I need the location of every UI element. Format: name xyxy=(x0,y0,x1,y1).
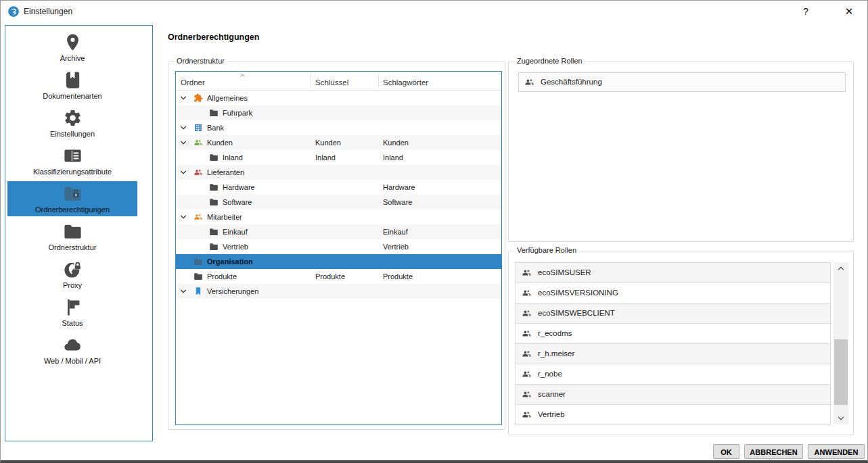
folder-lock-icon xyxy=(63,184,83,203)
folder-icon xyxy=(209,108,219,118)
tree-row-kunden[interactable]: KundenKundenKunden xyxy=(176,135,501,150)
tree-row-fuhrpark[interactable]: Fuhrpark xyxy=(176,105,501,120)
tree-item-label: Mitarbeiter xyxy=(207,210,242,224)
column-separator[interactable] xyxy=(378,74,379,88)
sidebar-icon-wrap xyxy=(7,30,137,54)
available-role-r-h-meiser[interactable]: r_h.meiser xyxy=(515,343,831,364)
tree-row-lieferanten[interactable]: Lieferanten xyxy=(176,165,501,180)
people-icon xyxy=(522,328,532,339)
people-icon xyxy=(193,212,203,222)
column-separator[interactable] xyxy=(311,74,311,88)
globe-lock-icon xyxy=(63,260,83,279)
folder-tree: Ordner Schlüssel Schlagwörter Allgemeine… xyxy=(175,71,502,425)
ok-button[interactable]: OK xyxy=(713,444,739,459)
sidebar-item-web-mobil-api[interactable]: Web / Mobil / API xyxy=(7,333,137,368)
people-icon xyxy=(193,138,203,147)
book-icon xyxy=(63,70,83,90)
sidebar-item-proxy[interactable]: Proxy xyxy=(7,257,137,292)
tree-row-hardware[interactable]: HardwareHardware xyxy=(176,180,501,195)
role-label: ecoSIMSUSER xyxy=(538,263,591,283)
expander-chevron-down-icon[interactable] xyxy=(179,124,187,132)
role-label: r_h.meiser xyxy=(538,344,574,364)
expander-chevron-down-icon[interactable] xyxy=(179,139,187,147)
tree-item-label: Organisation xyxy=(207,254,253,269)
available-roles-groupbox: Verfügbare Rollen ecoSIMSUSERecoSIMSVERS… xyxy=(508,251,854,435)
cell-schlagwoerter: Inland xyxy=(383,150,403,165)
page-title: Ordnerberechtigungen xyxy=(168,32,259,42)
expander-chevron-down-icon[interactable] xyxy=(179,213,187,221)
cell-schlagwoerter: Kunden xyxy=(383,135,409,150)
tree-row-inland[interactable]: InlandInlandInland xyxy=(176,150,501,165)
tree-row-allgemeines[interactable]: Allgemeines xyxy=(176,91,501,105)
available-role-ecosimswebclient[interactable]: ecoSIMSWEBCLIENT xyxy=(515,303,831,324)
column-header-schlagwoerter[interactable]: Schlagwörter xyxy=(383,78,428,87)
tree-row-bank[interactable]: Bank xyxy=(176,120,501,135)
help-button[interactable]: ? xyxy=(798,4,813,19)
window-title: Einstellungen xyxy=(24,7,72,16)
people-icon xyxy=(522,349,532,359)
cell-schlagwoerter: Produkte xyxy=(383,269,413,284)
scroll-down-icon[interactable] xyxy=(837,414,845,422)
tree-item-label: Lieferanten xyxy=(207,165,244,180)
sidebar-item-dokumentenarten[interactable]: Dokumentenarten xyxy=(7,68,137,103)
tree-row-mitarbeiter[interactable]: Mitarbeiter xyxy=(176,210,501,224)
card-icon xyxy=(63,146,83,166)
folder-structure-group-label: Ordnerstruktur xyxy=(174,57,227,65)
folder-icon xyxy=(209,227,219,237)
cell-schlagwoerter: Einkauf xyxy=(383,224,408,239)
available-role-scanner[interactable]: scanner xyxy=(515,384,831,405)
sidebar-item-ordnerstruktur[interactable]: Ordnerstruktur xyxy=(7,219,137,254)
tree-item-label: Fuhrpark xyxy=(223,105,252,120)
sidebar-icon-wrap xyxy=(7,295,137,319)
available-role-r-nobe[interactable]: r_nobe xyxy=(515,364,831,385)
scrollbar[interactable] xyxy=(833,262,848,424)
sidebar-icon-wrap xyxy=(7,257,137,281)
tree-item-label: Einkauf xyxy=(223,224,248,239)
expander-chevron-down-icon[interactable] xyxy=(179,94,187,102)
sidebar-item-archive[interactable]: Archive xyxy=(7,30,137,65)
sidebar-item-label: Proxy xyxy=(7,281,137,290)
assigned-role-gesch-ftsf-hrung[interactable]: Geschäftsführung xyxy=(518,72,846,92)
role-label: ecoSIMSWEBCLIENT xyxy=(538,303,615,323)
sidebar: ArchiveDokumentenartenEinstellungenKlass… xyxy=(5,25,153,441)
cell-schlagwoerter: Vertrieb xyxy=(383,239,409,254)
tree-body: AllgemeinesFuhrparkBankKundenKundenKunde… xyxy=(176,91,501,299)
close-button[interactable]: ✕ xyxy=(842,4,856,19)
expander-chevron-down-icon[interactable] xyxy=(179,168,187,176)
available-role-vertrieb[interactable]: Vertrieb xyxy=(515,404,831,425)
folder-icon xyxy=(193,257,203,266)
bookmark-icon xyxy=(193,287,203,296)
scrollbar-thumb[interactable] xyxy=(834,339,848,405)
tree-row-organisation[interactable]: Organisation xyxy=(176,254,501,269)
tree-row-software[interactable]: SoftwareSoftware xyxy=(176,195,501,210)
tree-row-vertrieb[interactable]: VertriebVertrieb xyxy=(176,239,501,254)
people-icon xyxy=(522,389,532,399)
tree-row-einkauf[interactable]: EinkaufEinkauf xyxy=(176,224,501,239)
sidebar-icon-wrap xyxy=(7,333,137,357)
sidebar-item-label: Einstellungen xyxy=(7,130,137,139)
expander-chevron-down-icon[interactable] xyxy=(179,287,187,295)
tree-row-versicherungen[interactable]: Versicherungen xyxy=(176,284,501,299)
sidebar-item-label: Ordnerberechtigungen xyxy=(7,205,137,214)
people-icon xyxy=(522,369,532,379)
sidebar-item-status[interactable]: Status xyxy=(7,295,137,330)
cancel-button[interactable]: ABBRECHEN xyxy=(744,444,803,459)
column-header-ordner[interactable]: Ordner xyxy=(181,78,205,87)
cell-schluessel: Kunden xyxy=(315,135,341,150)
role-label: r_nobe xyxy=(538,364,562,384)
sidebar-item-ordnerberechtigungen[interactable]: Ordnerberechtigungen xyxy=(7,181,137,216)
cell-schluessel: Produkte xyxy=(315,269,345,284)
settings-window: Einstellungen ? ✕ ArchiveDokumentenarten… xyxy=(0,0,868,463)
people-icon xyxy=(522,268,532,278)
tree-row-produkte[interactable]: ProdukteProdukteProdukte xyxy=(176,269,501,284)
available-role-ecosimsversioning[interactable]: ecoSIMSVERSIONING xyxy=(515,283,831,303)
apply-button[interactable]: ANWENDEN xyxy=(808,444,865,459)
sidebar-item-einstellungen[interactable]: Einstellungen xyxy=(7,105,137,141)
column-header-schluessel[interactable]: Schlüssel xyxy=(315,78,348,87)
folder-icon xyxy=(209,197,219,207)
scroll-up-icon[interactable] xyxy=(837,264,845,272)
sidebar-item-klassifizierungsattribute[interactable]: Klassifizierungsattribute xyxy=(7,143,137,178)
available-role-r-ecodms[interactable]: r_ecodms xyxy=(515,323,831,344)
available-role-ecosimsuser[interactable]: ecoSIMSUSER xyxy=(515,262,831,283)
app-logo-icon xyxy=(7,5,20,18)
